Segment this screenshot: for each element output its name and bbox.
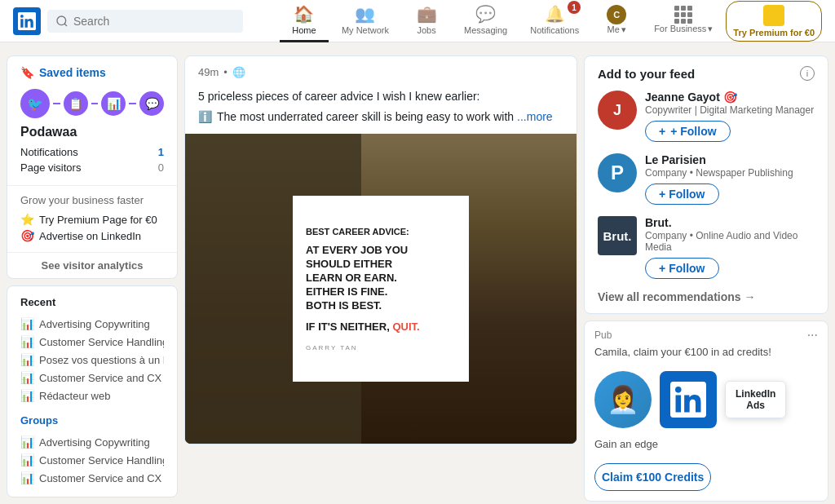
network-icon: 👥 [355,4,375,24]
topnav: 🏠 Home 👥 My Network 💼 Jobs 💬 Messaging 🔔… [0,0,835,42]
home-icon: 🏠 [294,4,314,24]
post-card: 49m • 🌐 5 priceless pieces of career adv… [184,55,577,444]
notifications-count: 1 [158,146,164,158]
jobs-icon: 💼 [417,4,437,24]
recent-item-1[interactable]: 📊 Customer Service Handling [20,333,164,351]
recent-item-0[interactable]: 📊 Advertising Copywriting [20,315,164,333]
ad-linkedin-logo [660,371,717,428]
recommend-name-1: Le Parisien [645,153,815,166]
premium-page-link[interactable]: ⭐ Try Premium Page for €0 [20,211,164,228]
post-time-unit: • [223,66,228,78]
nav-premium[interactable]: Try Premium for €0 [726,1,822,42]
search-box[interactable] [47,10,243,33]
info-icon[interactable]: i [800,66,815,81]
recent-icon-3: 📊 [20,371,34,384]
recent-icon-0: 📊 [20,317,34,330]
nav-me-label: Me ▾ [607,24,626,35]
nav-network-label: My Network [342,25,389,35]
search-icon [55,15,68,28]
recent-section: Recent 📊 Advertising Copywriting 📊 Custo… [7,286,177,497]
ad-tooltip: LinkedIn Ads [725,381,786,418]
recommend-info-0: Jeanne Gayot 🎯 Copywriter | Digital Mark… [645,91,815,142]
notifications-icon: 🔔 [545,4,565,24]
main-feed: 49m • 🌐 5 priceless pieces of career adv… [184,55,577,504]
ad-person-avatar: 👩‍💼 [594,371,652,428]
page-container: 🔖 Saved items 🐦 📋 📊 💬 Podawaa Noti [0,42,835,504]
advertise-label: Advertise on LinkedIn [39,230,141,242]
view-all-link[interactable]: View all recommendations → [598,290,815,303]
grow-section: Grow your business faster ⭐ Try Premium … [7,185,177,252]
nav-premium-label: Try Premium for €0 [733,28,815,38]
more-link[interactable]: ...more [517,110,553,123]
recommend-item-1: P Le Parisien Company • Newspaper Publis… [598,153,815,205]
page-name: Podawaa [20,125,164,139]
ad-card: Pub ··· Camila, claim your €100 in ad cr… [584,321,828,502]
ad-tooltip-line1: LinkedIn [736,388,775,400]
step-4: 💬 [139,91,164,116]
visitor-analytics-btn[interactable]: See visitor analytics [7,252,177,278]
add-feed-title: Add to your feed [598,67,695,81]
sidebar-page-card: 🔖 Saved items 🐦 📋 📊 💬 Podawaa Noti [7,55,178,279]
progress-steps: 🐦 📋 📊 💬 [20,89,164,118]
ad-tooltip-line2: Ads [736,400,775,411]
recent-icon-2: 📊 [20,353,34,366]
career-billboard: BEST CAREER ADVICE: AT EVERY JOB YOU SHO… [293,196,469,382]
ad-visual: 👩‍💼 LinkedIn Ads [585,365,828,435]
billboard-line-2: SHOULD EITHER [306,258,420,272]
recommend-avatar-2: Brut. [598,216,637,255]
group-item-0[interactable]: 📊 Advertising Copywriting [20,433,164,451]
ad-menu-btn[interactable]: ··· [807,328,818,343]
visitors-label: Page visitors [20,161,81,174]
nav-notifications[interactable]: 🔔 1 Notifications [520,0,589,42]
group-item-2[interactable]: 📊 Customer Service and CX Cha... [20,469,164,487]
messaging-icon: 💬 [475,4,496,24]
follow-btn-1[interactable]: + Follow [645,183,719,205]
ad-header: Pub ··· [585,321,828,346]
step-2: 📋 [64,91,88,116]
group-icon-1: 📊 [20,453,34,466]
advertise-link[interactable]: 🎯 Advertise on LinkedIn [20,228,164,244]
notifications-badge: 1 [568,1,581,14]
nav-home[interactable]: 🏠 Home [280,0,329,42]
nav-business-label: For Business ▾ [654,24,713,34]
group-item-1[interactable]: 📊 Customer Service Handling [20,451,164,469]
recommend-sub-1: Company • Newspaper Publishing [645,167,815,179]
group-icon-0: 📊 [20,435,34,449]
follow-plus-1: + [659,188,665,201]
groups-title[interactable]: Groups [20,414,164,427]
nav-messaging[interactable]: 💬 Messaging [454,0,517,42]
post-intro: 5 priceless pieces of career advice I wi… [198,88,563,105]
ad-gain-text: Gain an edge [585,435,828,457]
right-sidebar: Add to your feed i J Jeanne Gayot 🎯 Copy… [584,55,828,504]
left-sidebar: 🔖 Saved items 🐦 📋 📊 💬 Podawaa Noti [7,55,178,504]
recommend-info-1: Le Parisien Company • Newspaper Publishi… [645,153,815,205]
post-bullet: ℹ️ The most underrated career skill is b… [198,108,563,126]
nav-jobs[interactable]: 💼 Jobs [402,0,451,42]
nav-network[interactable]: 👥 My Network [332,0,399,42]
recent-item-3[interactable]: 📊 Customer Service and CX Cha... [20,369,164,387]
post-text: 5 priceless pieces of career advice I wi… [185,83,577,134]
recommend-avatar-1: P [598,153,637,192]
linkedin-logo[interactable] [13,7,41,35]
sidebar-saved-section: 🔖 Saved items 🐦 📋 📊 💬 Podawaa Noti [7,56,177,185]
follow-btn-2[interactable]: + Follow [645,258,719,279]
claim-credits-btn[interactable]: Claim €100 Credits [594,463,711,491]
follow-plus-2: + [659,262,665,275]
follow-btn-0[interactable]: + + Follow [645,121,731,142]
post-time: 49m [198,66,219,78]
billboard-line-4: EITHER IS FINE. [306,285,420,299]
post-header: 49m • 🌐 [185,56,577,83]
saved-items-link[interactable]: 🔖 Saved items [20,66,164,79]
nav-business[interactable]: For Business ▾ [644,1,722,42]
grid-icon [674,6,692,24]
recommend-item-0: J Jeanne Gayot 🎯 Copywriter | Digital Ma… [598,91,815,142]
step-connector-3 [129,103,136,104]
premium-page-label: Try Premium Page for €0 [39,214,157,226]
follow-label-1: Follow [669,188,705,201]
search-input[interactable] [73,15,235,28]
nav-me[interactable]: C Me ▾ [592,0,641,42]
recent-item-4[interactable]: 📊 Rédacteur web [20,387,164,405]
recommend-info-2: Brut. Company • Online Audio and Video M… [645,216,815,279]
post-globe-icon: 🌐 [232,66,245,78]
recent-item-2[interactable]: 📊 Posez vos questions à un Maît... [20,351,164,369]
